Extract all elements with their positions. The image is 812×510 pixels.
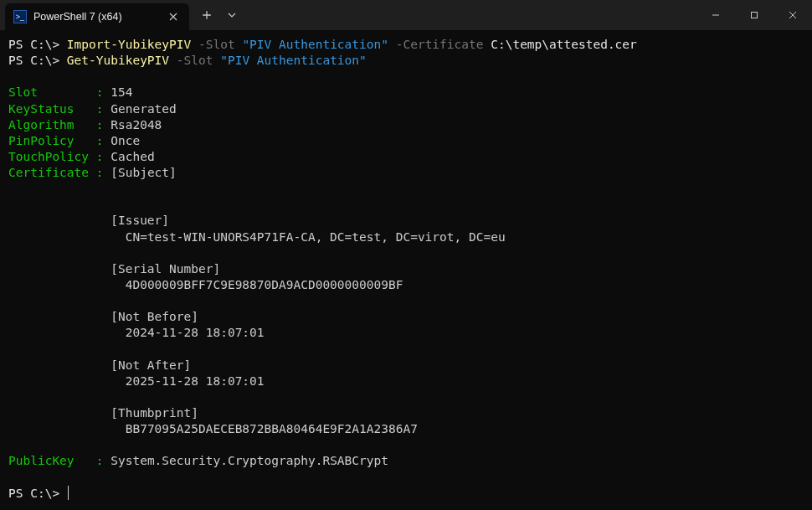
- svg-rect-0: [752, 13, 758, 18]
- titlebar: >_ PowerShell 7 (x64): [0, 0, 812, 30]
- cert-section: [Thumbprint]: [110, 406, 198, 420]
- cert-value: CN=test-WIN-UNORS4P71FA-CA, DC=test, DC=…: [126, 230, 506, 244]
- prompt: PS C:\>: [8, 54, 59, 67]
- arg: C:\temp\attested.cer: [491, 38, 637, 51]
- cert-section: [Not Before]: [110, 310, 198, 323]
- cert-section: [Issuer]: [110, 214, 169, 227]
- cmdlet: Get-YubikeyPIV: [67, 54, 169, 67]
- close-window-button[interactable]: [773, 0, 812, 30]
- maximize-button[interactable]: [735, 0, 773, 30]
- cert-value: 2025-11-28 18:07:01: [126, 374, 265, 388]
- arg: "PIV Authentication": [242, 38, 388, 51]
- prompt: PS C:\>: [8, 38, 59, 51]
- cert-value: BB77095A25DAECEB872BBA80464E9F2A1A2386A7: [126, 422, 418, 435]
- prop-value: System.Security.Cryptography.RSABCrypt: [110, 454, 388, 467]
- prop-label: Algorithm :: [8, 118, 104, 131]
- prompt: PS C:\>: [8, 487, 59, 500]
- powershell-icon: >_: [13, 10, 27, 23]
- tab-powershell[interactable]: >_ PowerShell 7 (x64): [5, 3, 189, 30]
- prop-value: Once: [110, 134, 140, 147]
- prop-label: KeyStatus :: [8, 102, 104, 116]
- cursor: [68, 486, 69, 500]
- prop-label: Slot :: [8, 85, 104, 99]
- prop-value: Generated: [110, 102, 177, 116]
- cert-section: [Serial Number]: [110, 262, 220, 276]
- flag: -Slot: [198, 38, 235, 51]
- prop-value: Rsa2048: [110, 118, 162, 131]
- tab-title: PowerShell 7 (x64): [33, 11, 159, 23]
- prop-value: Cached: [110, 150, 154, 163]
- cert-value: 4D000009BFF7C9E98870DA9ACD0000000009BF: [126, 278, 403, 291]
- terminal-output[interactable]: PS C:\> Import-YubikeyPIV -Slot "PIV Aut…: [0, 30, 812, 510]
- tab-close-button[interactable]: [166, 9, 181, 24]
- cert-value: 2024-11-28 18:07:01: [126, 326, 265, 339]
- minimize-button[interactable]: [696, 0, 735, 30]
- prop-label: PinPolicy :: [8, 134, 104, 147]
- new-tab-button[interactable]: [194, 3, 219, 28]
- prop-value: 154: [110, 85, 132, 99]
- cmdlet: Import-YubikeyPIV: [67, 38, 191, 51]
- prop-label: Certificate :: [8, 166, 104, 179]
- cert-section: [Subject]: [110, 166, 177, 179]
- tab-dropdown-button[interactable]: [219, 3, 244, 28]
- arg: "PIV Authentication": [220, 54, 367, 67]
- prop-label: TouchPolicy :: [8, 150, 104, 163]
- flag: -Slot: [177, 54, 213, 67]
- prop-label: PublicKey :: [8, 454, 104, 467]
- cert-section: [Not After]: [110, 358, 191, 372]
- flag: -Certificate: [396, 38, 484, 51]
